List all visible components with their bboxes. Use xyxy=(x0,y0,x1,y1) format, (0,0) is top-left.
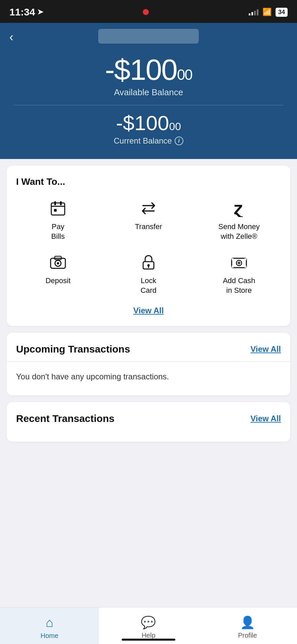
upcoming-divider xyxy=(7,362,290,362)
zelle-icon: ɀ xyxy=(229,198,249,219)
wifi-icon: 📶 xyxy=(262,8,272,16)
action-grid: PayBills Transfer ɀ xyxy=(16,198,281,295)
balance-divider xyxy=(13,105,284,105)
svg-rect-22 xyxy=(244,266,246,268)
svg-point-13 xyxy=(147,264,150,267)
recent-view-all[interactable]: View All xyxy=(250,414,281,423)
svg-rect-4 xyxy=(54,209,57,212)
status-icons: 📶 34 xyxy=(249,8,288,17)
home-icon: ⌂ xyxy=(46,615,53,630)
action-add-cash[interactable]: Add Cashin Store xyxy=(197,252,281,295)
lock-card-label: LockCard xyxy=(140,276,157,295)
back-button[interactable]: ‹ xyxy=(9,30,13,44)
recent-transactions-header: Recent Transactions View All xyxy=(16,413,281,424)
svg-rect-3 xyxy=(60,201,62,205)
deposit-label: Deposit xyxy=(46,276,71,286)
transfer-icon xyxy=(138,198,159,219)
svg-rect-19 xyxy=(232,258,234,260)
transfer-label: Transfer xyxy=(135,222,162,232)
nav-home[interactable]: ⌂ Home xyxy=(0,607,99,644)
current-balance-label: Current Balance i xyxy=(13,136,284,146)
deposit-icon xyxy=(48,252,68,273)
svg-rect-0 xyxy=(51,203,65,215)
i-want-to-title: I Want To... xyxy=(16,176,281,187)
svg-point-11 xyxy=(57,262,59,265)
lock-card-icon xyxy=(138,252,159,273)
svg-text:ɀ: ɀ xyxy=(234,200,243,217)
upcoming-transactions-card: Upcoming Transactions View All You don't… xyxy=(7,333,290,395)
status-time: 11:34 ➤ xyxy=(9,6,43,18)
signal-icon xyxy=(249,9,258,15)
svg-rect-2 xyxy=(54,201,56,205)
nav-help-label: Help xyxy=(141,632,155,639)
upcoming-view-all[interactable]: View All xyxy=(250,344,281,354)
add-cash-label: Add Cashin Store xyxy=(223,276,255,295)
pay-bills-label: PayBills xyxy=(51,222,65,241)
help-icon: 💬 xyxy=(141,615,156,630)
profile-icon: 👤 xyxy=(240,615,255,630)
svg-rect-20 xyxy=(244,258,246,260)
upcoming-empty-message: You don't have any upcoming transactions… xyxy=(16,369,281,385)
upcoming-transactions-header: Upcoming Transactions View All xyxy=(16,343,281,355)
zelle-label: Send Moneywith Zelle® xyxy=(218,222,260,241)
home-indicator xyxy=(122,639,175,641)
i-want-to-view-all[interactable]: View All xyxy=(16,306,281,315)
recording-dot xyxy=(143,9,149,15)
current-balance-amount: -$10000 xyxy=(13,113,284,133)
add-cash-icon xyxy=(229,252,249,273)
available-balance-prefix: -$ xyxy=(105,53,130,86)
action-lock-card[interactable]: LockCard xyxy=(107,252,190,295)
svg-rect-21 xyxy=(232,266,234,268)
nav-profile-label: Profile xyxy=(238,632,257,639)
battery-icon: 34 xyxy=(276,8,288,17)
action-transfer[interactable]: Transfer xyxy=(107,198,190,241)
action-deposit[interactable]: Deposit xyxy=(16,252,100,295)
main-content: I Want To... PayBills xyxy=(0,159,297,475)
location-arrow-icon: ➤ xyxy=(37,8,43,16)
nav-profile[interactable]: 👤 Profile xyxy=(198,607,297,644)
available-balance-label: Available Balance xyxy=(13,87,284,98)
status-bar: 11:34 ➤ 📶 34 xyxy=(0,0,297,23)
recent-transactions-card: Recent Transactions View All xyxy=(7,402,290,442)
i-want-to-card: I Want To... PayBills xyxy=(7,166,290,326)
action-pay-bills[interactable]: PayBills xyxy=(16,198,100,241)
info-icon[interactable]: i xyxy=(175,137,183,145)
available-balance-amount: -$10000 xyxy=(13,55,284,85)
header-area: ‹ -$10000 Available Balance -$10000 Curr… xyxy=(0,23,297,159)
pay-bills-icon xyxy=(48,198,68,219)
account-name xyxy=(98,29,199,44)
upcoming-transactions-title: Upcoming Transactions xyxy=(16,343,130,355)
action-zelle[interactable]: ɀ Send Moneywith Zelle® xyxy=(197,198,281,241)
nav-home-label: Home xyxy=(41,632,58,640)
current-balance-prefix: -$ xyxy=(116,111,134,135)
recent-transactions-title: Recent Transactions xyxy=(16,413,114,424)
notch xyxy=(102,5,189,19)
